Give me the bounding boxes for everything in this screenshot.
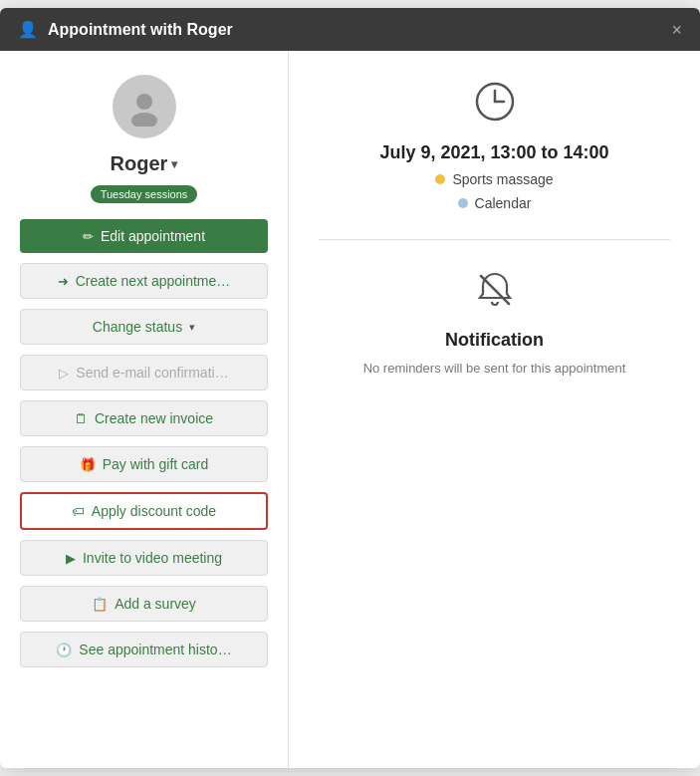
apply-discount-label: Apply discount code: [92, 503, 216, 519]
send-email-button[interactable]: ▷ Send e-mail confirmati…: [20, 355, 268, 390]
gift-card-icon: 🎁: [80, 457, 96, 472]
close-button[interactable]: ×: [671, 21, 682, 39]
edit-icon: ✏: [83, 229, 94, 244]
history-icon: 🕐: [56, 643, 72, 657]
service-detail: Sports massage: [435, 171, 553, 187]
caret-down-icon: ▾: [189, 321, 195, 334]
edit-appointment-label: Edit appointment: [101, 228, 205, 244]
clock-icon: [474, 81, 516, 130]
left-panel: Roger ▾ Tuesday sessions ✏ Edit appointm…: [0, 51, 289, 768]
add-survey-button[interactable]: 📋 Add a survey: [20, 586, 268, 622]
svg-point-1: [131, 113, 157, 127]
see-history-button[interactable]: 🕐 See appointment histo…: [20, 632, 268, 667]
client-name-text: Roger: [111, 152, 168, 175]
edit-appointment-button[interactable]: ✏ Edit appointment: [20, 219, 268, 253]
see-history-label: See appointment histo…: [79, 642, 231, 657]
invite-video-label: Invite to video meeting: [83, 550, 222, 566]
client-name-caret: ▾: [171, 157, 177, 171]
pay-gift-card-label: Pay with gift card: [103, 456, 209, 472]
person-icon: 👤: [18, 20, 38, 39]
change-status-button[interactable]: Change status ▾: [20, 309, 268, 345]
pay-gift-card-button[interactable]: 🎁 Pay with gift card: [20, 446, 268, 482]
appointment-info-section: July 9, 2021, 13:00 to 14:00 Sports mass…: [319, 81, 670, 240]
change-status-label: Change status: [93, 319, 182, 335]
service-dot: [435, 174, 445, 184]
add-survey-label: Add a survey: [115, 596, 196, 612]
notification-section: Notification No reminders will be sent f…: [319, 240, 670, 376]
right-panel: July 9, 2021, 13:00 to 14:00 Sports mass…: [289, 51, 700, 768]
notification-title: Notification: [445, 330, 544, 351]
apply-discount-button[interactable]: 🏷 Apply discount code: [20, 492, 268, 530]
appointment-date: July 9, 2021, 13:00 to 14:00: [379, 142, 608, 163]
header-left: 👤 Appointment with Roger: [18, 20, 233, 39]
invite-video-button[interactable]: ▶ Invite to video meeting: [20, 540, 268, 576]
calendar-label: Calendar: [475, 195, 532, 211]
calendar-dot: [458, 198, 468, 208]
notification-description: No reminders will be sent for this appoi…: [363, 361, 626, 376]
client-name[interactable]: Roger ▾: [111, 152, 178, 175]
service-label: Sports massage: [452, 171, 553, 187]
modal-body: Roger ▾ Tuesday sessions ✏ Edit appointm…: [0, 51, 700, 768]
video-icon: ▶: [66, 551, 76, 566]
arrow-right-icon: ➜: [58, 274, 69, 289]
calendar-detail: Calendar: [458, 195, 532, 211]
appointment-modal: 👤 Appointment with Roger × Roger ▾ Tuesd…: [0, 8, 700, 768]
create-invoice-label: Create new invoice: [95, 410, 213, 426]
create-invoice-button[interactable]: 🗒 Create new invoice: [20, 400, 268, 436]
tag-icon: 🏷: [72, 504, 85, 519]
invoice-icon: 🗒: [75, 411, 88, 426]
create-next-button[interactable]: ➜ Create next appointme…: [20, 263, 268, 299]
avatar-icon: [124, 87, 164, 127]
send-email-label: Send e-mail confirmati…: [76, 365, 228, 381]
modal-title: Appointment with Roger: [48, 21, 233, 39]
send-icon: ▷: [59, 366, 69, 381]
no-notification-icon: [473, 268, 517, 320]
create-next-label: Create next appointme…: [76, 273, 231, 289]
client-tag: Tuesday sessions: [91, 185, 198, 203]
survey-icon: 📋: [92, 597, 108, 612]
modal-header: 👤 Appointment with Roger ×: [0, 8, 700, 51]
svg-point-0: [136, 94, 152, 110]
avatar: [113, 75, 176, 138]
